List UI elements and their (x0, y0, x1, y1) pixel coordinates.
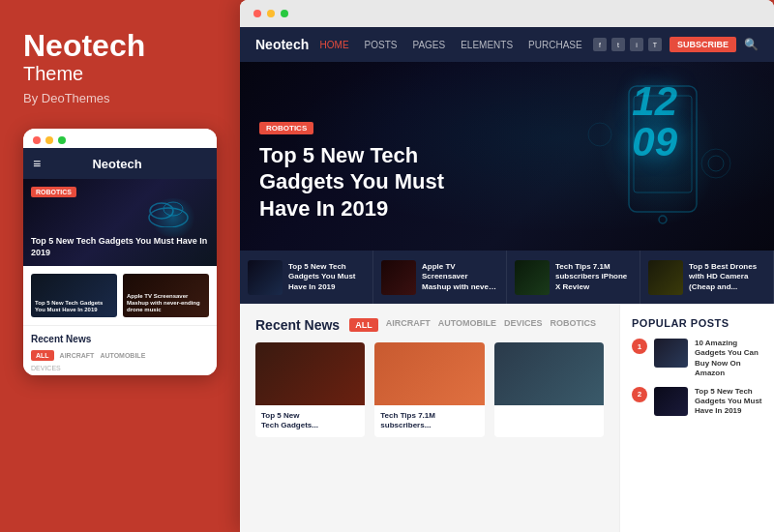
thumbnail-strip: Top 5 New Tech Gadgets You Must Have In … (240, 251, 774, 304)
strip-item-2[interactable]: Apple TV Screensaver Mashup with never-e… (373, 251, 507, 304)
strip-item-3[interactable]: Tech Tips 7.1M subscribers iPhone X Revi… (507, 251, 640, 304)
news-card-title-1: Top 5 NewTech Gadgets... (261, 411, 359, 431)
browser-dot-green (281, 10, 288, 17)
sidebar-item-text-1: 10 Amazing Gadgets You Can Buy Now On Am… (695, 339, 762, 379)
browser-nav-right: f t i T Subscribe 🔍 (593, 37, 759, 52)
mobile-recent-news-title: Recent News (31, 334, 209, 344)
mobile-mockup: ≡ Neotech ROBOTICS Top 5 New Tech Gadget… (23, 129, 217, 375)
dot-green (58, 136, 66, 144)
browser-mockup: Neotech HOME POSTS PAGES ELEMENTS PURCHA… (240, 0, 774, 532)
strip-thumb-1 (248, 260, 283, 295)
search-icon[interactable]: 🔍 (744, 38, 759, 51)
mobile-hero: ROBOTICS Top 5 New Tech Gadgets You Must… (23, 179, 217, 266)
sidebar-item-2[interactable]: 2 Top 5 New Tech Gadgets You Must Have I… (632, 387, 762, 417)
mobile-nav-bar: ≡ Neotech (23, 148, 217, 179)
sidebar-title: POPULAR POSTS (632, 317, 762, 329)
sidebar-thumb-1 (654, 339, 688, 368)
filter-tabs: ALL AIRCRAFT AUTOMOBILE DEVICES ROBOTICS (349, 318, 596, 332)
instagram-icon[interactable]: i (630, 38, 643, 51)
hero-title: Top 5 New Tech Gadgets You Must Have In … (259, 142, 472, 222)
sidebar: POPULAR POSTS 1 10 Amazing Gadgets You C… (619, 304, 774, 532)
news-grid: Top 5 NewTech Gadgets... Tech Tips 7.1Ms… (255, 342, 604, 437)
mobile-top-bar (23, 129, 217, 148)
news-card-body-3 (494, 405, 604, 417)
svg-point-5 (659, 216, 667, 223)
nav-link-home[interactable]: HOME (320, 40, 349, 50)
nav-link-pages[interactable]: PAGES (412, 40, 445, 50)
strip-text-1: Top 5 New Tech Gadgets You Must Have In … (288, 262, 365, 292)
sidebar-num-2: 2 (632, 387, 647, 402)
news-card-2[interactable]: Tech Tips 7.1Msubscribers... (374, 342, 484, 437)
news-card-title-2: Tech Tips 7.1Msubscribers... (380, 411, 478, 431)
news-card-body-1: Top 5 NewTech Gadgets... (255, 405, 365, 437)
mobile-thumbnails: Top 5 New Tech Gadgets You Must Have In … (23, 266, 217, 325)
browser-title-bar (240, 0, 774, 27)
filter-robotics[interactable]: ROBOTICS (551, 318, 597, 332)
sidebar-item-text-2: Top 5 New Tech Gadgets You Must Have In … (695, 387, 762, 417)
main-content: Recent News ALL AIRCRAFT AUTOMOBILE DEVI… (240, 304, 619, 532)
brand-title: Neotech (23, 29, 217, 63)
mobile-hero-title: Top 5 New Tech Gadgets You Must Have In … (31, 236, 209, 258)
mobile-thumb-1-text: Top 5 New Tech Gadgets You Must Have In … (35, 300, 113, 313)
mobile-thumb-2-text: Apple TV Screensaver Mashup with never-e… (127, 293, 205, 314)
browser-nav-bar: Neotech HOME POSTS PAGES ELEMENTS PURCHA… (240, 27, 774, 62)
mobile-devices-row: DEVICES (31, 361, 209, 375)
filter-aircraft[interactable]: AIRCRAFT (386, 318, 431, 332)
strip-thumb-3 (515, 260, 550, 295)
dot-yellow (45, 136, 53, 144)
mobile-tab-all[interactable]: ALL (31, 350, 54, 361)
hamburger-icon: ≡ (33, 156, 41, 171)
mobile-tab-aircraft[interactable]: AIRCRAFT (60, 352, 95, 359)
news-card-1[interactable]: Top 5 NewTech Gadgets... (255, 342, 365, 437)
strip-item-1[interactable]: Top 5 New Tech Gadgets You Must Have In … (240, 251, 373, 304)
brand-author: By DeoThemes (23, 91, 217, 105)
strip-thumb-2 (381, 260, 416, 295)
social-icons: f t i T (593, 38, 662, 51)
mobile-thumb-2: Apple TV Screensaver Mashup with never-e… (123, 274, 209, 317)
mobile-recent-news: Recent News ALL AIRCRAFT AUTOMOBILE DEVI… (23, 325, 217, 375)
nav-link-posts[interactable]: POSTS (365, 40, 398, 50)
facebook-icon[interactable]: f (593, 38, 607, 51)
hero-content: ROBOTICS Top 5 New Tech Gadgets You Must… (259, 117, 472, 222)
strip-text-4: Top 5 Best Drones with HD Camera (Cheap … (689, 262, 765, 292)
sidebar-item-1[interactable]: 1 10 Amazing Gadgets You Can Buy Now On … (632, 339, 762, 379)
browser-dot-red (253, 10, 261, 17)
nav-link-purchase[interactable]: PURCHASE (528, 40, 582, 50)
mobile-thumb-1: Top 5 New Tech Gadgets You Must Have In … (31, 274, 117, 317)
brand-subtitle: Theme (23, 63, 217, 85)
news-card-img-2 (374, 342, 484, 405)
strip-text-2: Apple TV Screensaver Mashup with never-e… (422, 262, 498, 292)
strip-text-3: Tech Tips 7.1M subscribers iPhone X Revi… (555, 262, 632, 292)
svg-rect-4 (634, 96, 692, 192)
content-area: Recent News ALL AIRCRAFT AUTOMOBILE DEVI… (240, 304, 774, 532)
subscribe-button[interactable]: Subscribe (670, 37, 736, 52)
strip-item-4[interactable]: Top 5 Best Drones with HD Camera (Cheap … (640, 251, 774, 304)
mobile-hero-badge: ROBOTICS (31, 187, 76, 197)
nav-link-elements[interactable]: ELEMENTS (461, 40, 513, 50)
mobile-tab-automobile[interactable]: AUTOMOBILE (100, 352, 145, 359)
left-panel: Neotech Theme By DeoThemes ≡ Neotech ROB… (0, 0, 240, 532)
hero-section: 12 09 ROBOTICS Top 5 New Tech Gadgets Yo… (240, 62, 774, 251)
svg-point-8 (588, 123, 611, 146)
strip-thumb-4 (648, 260, 683, 295)
sidebar-num-1: 1 (632, 339, 647, 354)
mobile-tabs: ALL AIRCRAFT AUTOMOBILE (31, 350, 209, 361)
mobile-devices-text: DEVICES (31, 365, 61, 371)
svg-point-7 (708, 156, 724, 171)
filter-automobile[interactable]: AUTOMOBILE (438, 318, 496, 332)
tiktok-icon[interactable]: T (648, 38, 662, 51)
hero-badge: ROBOTICS (259, 122, 313, 134)
news-card-body-2: Tech Tips 7.1Msubscribers... (374, 405, 484, 437)
browser-nav-links: HOME POSTS PAGES ELEMENTS PURCHASE (320, 40, 582, 50)
news-card-img-1 (255, 342, 365, 405)
news-card-3[interactable] (494, 342, 604, 437)
mobile-logo: Neotech (92, 157, 141, 171)
filter-all[interactable]: ALL (349, 318, 378, 332)
recent-news-title: Recent News (255, 317, 340, 333)
section-header: Recent News ALL AIRCRAFT AUTOMOBILE DEVI… (255, 317, 604, 333)
twitter-icon[interactable]: t (611, 38, 625, 51)
dot-red (33, 136, 41, 144)
browser-logo: Neotech (255, 37, 309, 52)
browser-dot-yellow (267, 10, 275, 17)
filter-devices[interactable]: DEVICES (504, 318, 543, 332)
